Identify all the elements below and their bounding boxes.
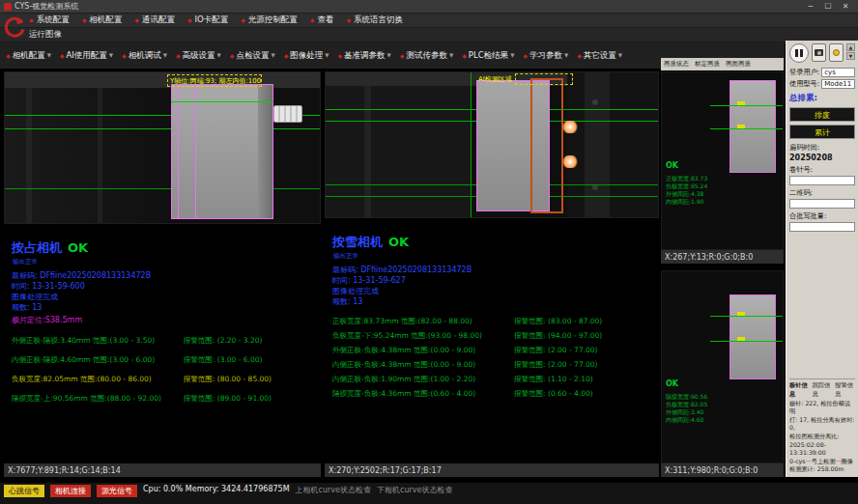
tab-advanced-settings[interactable]: ◆ 高级设置 ▼ <box>176 50 221 62</box>
measurement-row: 外侧间距:4.38 <box>666 190 707 198</box>
control-buttons: ▲ ▼ <box>789 43 855 63</box>
yellow-mark <box>737 101 745 105</box>
menu-io-config[interactable]: ◆ IO卡配置 <box>187 14 228 26</box>
result-status: OK <box>68 240 88 255</box>
stats-line: 2025:02:08-13:31:39:00 <box>789 441 855 458</box>
stats-tab[interactable]: 跟踪信息 <box>813 381 833 398</box>
stats-tab[interactable]: 报警信息 <box>835 381 855 398</box>
measurement-list: 正极宽度:83.73 负极宽度:95.24 外侧间距:4.38 内侧间距:1.9… <box>666 175 707 206</box>
total-box-2[interactable]: 累计 <box>789 125 855 139</box>
maximize-button[interactable]: ☐ <box>819 1 837 13</box>
stats-line: 检拉图检测分离比: <box>789 433 855 441</box>
pause-icon <box>800 49 803 57</box>
camera-2-overlay-text: AI检测区域 <box>478 74 512 84</box>
close-button[interactable]: ✕ <box>837 1 854 13</box>
menu-label: 系统语言切换 <box>354 14 403 26</box>
tab-plc-results[interactable]: ◆ PLC检结果 ▼ <box>462 50 514 62</box>
run-image-row: 运行图像 <box>0 28 858 42</box>
machinery-shape <box>26 88 32 224</box>
chevron-down-icon: ▼ <box>510 53 514 59</box>
tab-label: 图像处理 <box>290 50 323 62</box>
total-label: 总排累: <box>789 93 855 104</box>
measurement-row: 内侧正极-隔膜:4.60mm 范围:(3.00 - 6.00) 报警范围: (3… <box>12 355 313 365</box>
camera-connection-indicator: 相机连接 <box>50 485 91 497</box>
camera-2-name: 按雪相机 <box>332 234 383 251</box>
count-line: 顺数: 13 <box>332 296 651 307</box>
diamond-icon: ◆ <box>346 17 351 23</box>
diamond-icon: ◆ <box>523 53 528 59</box>
qr-code-input[interactable] <box>789 199 855 209</box>
tab-image-processing[interactable]: ◆ 图像处理 ▼ <box>284 50 329 62</box>
tab-label: PLC检结果 <box>469 50 508 62</box>
tab-spot-check[interactable]: ◆ 点检设置 ▼ <box>230 50 275 62</box>
menu-comm-config[interactable]: ◆ 通讯配置 <box>134 14 175 26</box>
menu-language-switch[interactable]: ◆ 系统语言切换 <box>346 14 403 26</box>
menu-bar: ◆ 系统配置 ◆ 相机配置 ◆ 通讯配置 ◆ IO卡配置 ◆ 光源控制配置 ◆ … <box>0 14 858 28</box>
chevron-down-icon: ▼ <box>109 53 113 59</box>
camera-panel-1: Y轴位:两端:93; 期左内值:100 按占相机 OK 输出正常 最标码: DF… <box>4 71 321 477</box>
result-status: OK <box>666 379 678 388</box>
green-line <box>710 341 783 342</box>
model-value[interactable]: Mode11 <box>821 79 855 89</box>
tab-ai-config[interactable]: ◆ AI使用配置 ▼ <box>60 50 113 62</box>
pixel-coordinate-readout: X:267;Y:13;R:0;G:0;B:0 <box>661 250 784 264</box>
statistics-tabs: 极针信息 跟踪信息 报警信息 <box>789 381 855 398</box>
menu-view[interactable]: ◆ 查看 <box>310 14 334 26</box>
menu-label: IO卡配置 <box>195 14 229 26</box>
camera-1-image[interactable]: Y轴位:两端:93; 期左内值:100 <box>4 71 321 224</box>
run-image-label: 运行图像 <box>29 29 62 41</box>
total-box-1[interactable]: 排废 <box>789 107 855 122</box>
diamond-icon: ◆ <box>230 53 235 59</box>
model-label: 使用型号: <box>789 79 819 89</box>
process-line: 图像处理完成 <box>332 286 651 296</box>
menu-label: 查看 <box>317 14 333 26</box>
roll-needle-label: 卷针号: <box>789 165 855 175</box>
pause-button[interactable] <box>789 43 809 63</box>
minimize-button[interactable]: ─ <box>802 1 819 13</box>
camera-toggle-button[interactable] <box>812 43 826 62</box>
stats-tab[interactable]: 极针信息 <box>789 381 810 398</box>
diamond-icon: ◆ <box>337 53 342 59</box>
tab-other-settings[interactable]: ◆ 其它设置 ▼ <box>577 50 622 62</box>
roll-needle-input[interactable] <box>789 176 855 185</box>
app-logo-icon <box>4 3 12 11</box>
tab-baseline-params[interactable]: ◆ 基准调参数 ▼ <box>337 50 390 62</box>
small-view-tab[interactable]: 画面画质 <box>726 60 751 69</box>
batch-label: 合批写批量: <box>789 211 855 221</box>
tab-label: 点检设置 <box>236 50 269 62</box>
menu-light-config[interactable]: ◆ 光源控制配置 <box>241 14 298 26</box>
machinery-shape <box>326 86 471 218</box>
window-title: CYS-视觉检测系统 <box>14 1 78 12</box>
menu-system-config[interactable]: ◆ 系统配置 <box>29 14 70 26</box>
qr-code-label: 二维码: <box>789 188 855 198</box>
scroll-up-icon[interactable]: ▲ <box>846 43 855 51</box>
small-view-tab[interactable]: 画质状态 <box>664 60 689 69</box>
batch-input[interactable] <box>789 222 855 232</box>
tab-learning-params[interactable]: ◆ 学习参数 ▼ <box>523 50 568 62</box>
highlight-spot <box>561 155 579 168</box>
tab-camera-debug[interactable]: ◆ 相机调试 ▼ <box>122 50 167 62</box>
camera-icon <box>815 49 823 56</box>
stats-line: 极针: 222, 检拉份额说明 <box>789 400 855 416</box>
tab-camera-config[interactable]: ◆ 相机配置 ▼ <box>6 50 51 62</box>
result-subtitle: 输出正常 <box>333 252 651 261</box>
small-view-tab[interactable]: 标定画质 <box>695 60 720 69</box>
scroll-down-icon[interactable]: ▼ <box>846 52 855 60</box>
dashed-roi <box>515 73 573 85</box>
light-toggle-button[interactable] <box>829 43 844 62</box>
measurement-row: 隔膜宽度:90.56 <box>666 393 707 401</box>
tab-test-params[interactable]: ◆ 测试传参数 ▼ <box>400 50 453 62</box>
login-user-value[interactable]: cys <box>821 68 855 77</box>
measurement-list: 外侧正极-隔膜:3.40mm 范围:(3.00 - 3.50) 报警范围: (2… <box>12 336 313 404</box>
camera-1-overlay-text: Y轴位:两端:93; 期左内值:100 <box>170 76 261 86</box>
result-title: 按雪相机 OK <box>332 234 651 251</box>
measurement-row: 正极宽度:83.73 <box>666 175 707 182</box>
chevron-down-icon: ▼ <box>217 53 221 59</box>
menu-camera-config[interactable]: ◆ 相机配置 <box>82 14 123 26</box>
small-camera-2-image[interactable]: OK 隔膜宽度:90.56 负极宽度:82.05 外侧间距:3.40 内侧间距:… <box>661 270 784 463</box>
diamond-icon: ◆ <box>60 53 65 59</box>
menu-label: 系统配置 <box>37 14 70 26</box>
small-camera-1-image[interactable]: OK 正极宽度:83.73 负极宽度:95.24 外侧间距:4.38 内侧间距:… <box>661 71 784 250</box>
measurement-row: 负极宽度:95.24 <box>666 182 707 190</box>
camera-2-image[interactable]: AI检测区域 <box>325 71 659 218</box>
